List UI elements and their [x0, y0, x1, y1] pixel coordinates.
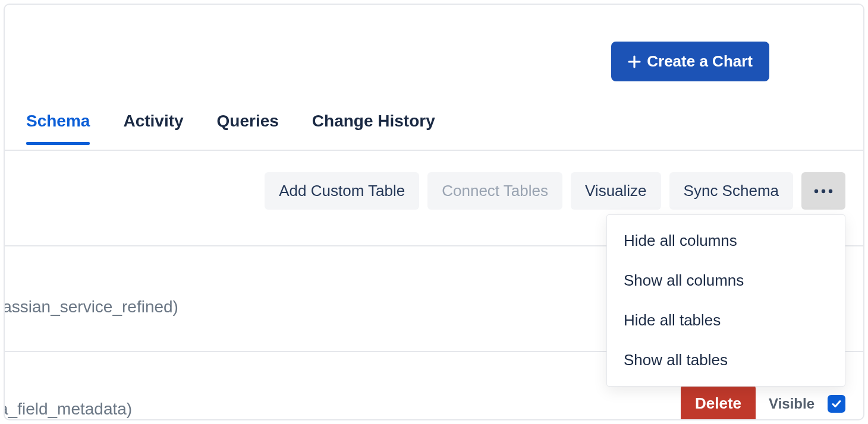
- tab-activity[interactable]: Activity: [123, 112, 183, 143]
- row-actions: Delete Visible: [681, 385, 845, 420]
- ellipsis-icon: [813, 189, 834, 194]
- row-label-fragment: a_field_metadata): [4, 400, 132, 418]
- plus-icon: [628, 55, 641, 68]
- create-chart-button[interactable]: Create a Chart: [611, 42, 769, 81]
- menu-item-label: Hide all columns: [624, 232, 737, 249]
- button-label: Add Custom Table: [279, 182, 405, 200]
- tab-change-history[interactable]: Change History: [312, 112, 435, 143]
- more-options-menu: Hide all columns Show all columns Hide a…: [606, 214, 845, 387]
- visualize-button[interactable]: Visualize: [571, 172, 661, 210]
- menu-show-all-columns[interactable]: Show all columns: [607, 261, 845, 300]
- button-label: Visualize: [585, 182, 647, 200]
- menu-item-label: Show all columns: [624, 271, 744, 289]
- menu-item-label: Hide all tables: [624, 311, 721, 329]
- table-row: a_field_metadata): [4, 400, 132, 419]
- button-label: Connect Tables: [442, 182, 548, 200]
- menu-show-all-tables[interactable]: Show all tables: [607, 340, 845, 380]
- add-custom-table-button[interactable]: Add Custom Table: [265, 172, 419, 210]
- button-label: Delete: [695, 394, 741, 412]
- menu-hide-all-columns[interactable]: Hide all columns: [607, 221, 845, 261]
- main-panel: Create a Chart Schema Activity Queries C…: [4, 4, 864, 420]
- visible-label: Visible: [769, 395, 814, 412]
- menu-item-label: Show all tables: [624, 351, 728, 369]
- tab-label: Activity: [123, 112, 183, 130]
- tabs: Schema Activity Queries Change History: [26, 112, 435, 143]
- row-label-fragment: lassian_service_refined): [4, 298, 178, 316]
- create-chart-label: Create a Chart: [647, 52, 753, 71]
- menu-hide-all-tables[interactable]: Hide all tables: [607, 300, 845, 340]
- header-actions: Create a Chart: [611, 42, 769, 81]
- table-row: lassian_service_refined): [4, 298, 178, 317]
- tab-label: Queries: [217, 112, 279, 130]
- sync-schema-button[interactable]: Sync Schema: [669, 172, 793, 210]
- more-options-button[interactable]: [801, 172, 845, 210]
- tab-divider: [5, 150, 863, 151]
- svg-point-0: [814, 189, 818, 192]
- tab-schema[interactable]: Schema: [26, 112, 90, 143]
- svg-point-1: [822, 189, 825, 192]
- tab-queries[interactable]: Queries: [217, 112, 279, 143]
- schema-toolbar: Add Custom Table Connect Tables Visualiz…: [265, 172, 845, 210]
- button-label: Sync Schema: [684, 182, 779, 200]
- visible-checkbox[interactable]: [828, 395, 845, 413]
- delete-button[interactable]: Delete: [681, 385, 756, 420]
- svg-point-2: [829, 189, 832, 192]
- connect-tables-button[interactable]: Connect Tables: [427, 172, 562, 210]
- tab-label: Change History: [312, 112, 435, 130]
- tab-label: Schema: [26, 112, 90, 130]
- check-icon: [831, 398, 842, 410]
